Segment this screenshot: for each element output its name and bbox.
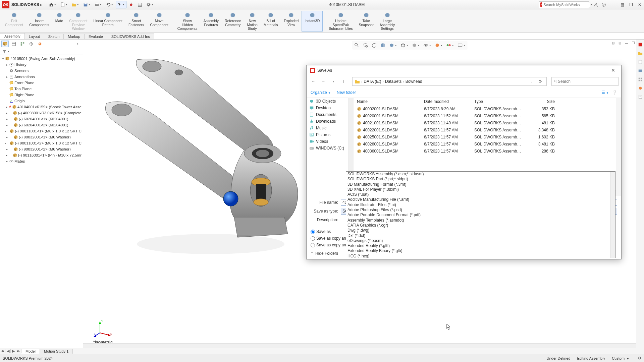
- ribbon-update-speedpak-subassemblies[interactable]: UpdateSpeedPakSubassemblies: [326, 11, 356, 32]
- appearance-icon[interactable]: ▼: [433, 42, 444, 49]
- organize-menu[interactable]: Organize ▼: [311, 90, 331, 95]
- tree-item[interactable]: Top Plane: [0, 86, 83, 92]
- tree-item[interactable]: ▸Annotations: [0, 74, 83, 80]
- view-min-icon[interactable]: ⊟: [610, 40, 616, 46]
- search-box[interactable]: S ▼: [539, 1, 589, 8]
- tab-motion-study[interactable]: Motion Study 1: [40, 349, 73, 354]
- tree-toggle[interactable]: ▸: [5, 106, 8, 109]
- home-button[interactable]: ▼: [47, 1, 58, 8]
- task-appearance-icon[interactable]: [637, 85, 643, 91]
- hide-show-icon[interactable]: ▼: [422, 42, 433, 49]
- tree-item[interactable]: Sensors: [0, 68, 83, 74]
- folder-pictures[interactable]: Pictures: [307, 131, 353, 138]
- tree-item[interactable]: Front Plane: [0, 80, 83, 86]
- ribbon-show-hidden-components[interactable]: ShowHiddenComponents: [174, 11, 201, 32]
- ribbon-assembly-features[interactable]: AssemblyFeatures: [200, 11, 222, 32]
- tree-toggle[interactable]: ▸: [5, 136, 9, 139]
- ribbon-billof-materials[interactable]: Bill ofMaterials: [261, 11, 281, 32]
- tree-item[interactable]: ▸📌40104001<6159> (Shock Tower Asse: [0, 104, 83, 110]
- nav-recent-dropdown[interactable]: ▼: [329, 77, 337, 85]
- file-row[interactable]: 40036001.SLDASM6/7/2023 11:57 AMSOLIDWOR…: [354, 147, 616, 155]
- help-button[interactable]: ?: [600, 1, 608, 8]
- tree-toggle[interactable]: ▸: [5, 63, 9, 66]
- type-option[interactable]: Extended Reality (*.gltf): [346, 243, 615, 248]
- breadcrumb-2[interactable]: Bowhead: [406, 79, 422, 84]
- tree-toggle[interactable]: ▸: [5, 118, 9, 121]
- tree-item[interactable]: ▸(-) 90011001<2> (M6 x 1.0 x 12 SKT C: [0, 140, 83, 146]
- dropdown-scrollbar[interactable]: [610, 172, 615, 258]
- help-icon[interactable]: ❔: [612, 90, 617, 95]
- save-button[interactable]: ▼: [82, 1, 92, 8]
- tab-model[interactable]: Model: [21, 349, 40, 354]
- select-button[interactable]: ▼: [116, 1, 126, 8]
- graphics-hscroll[interactable]: [83, 343, 636, 348]
- col-type[interactable]: Type: [471, 99, 525, 104]
- tree-toggle[interactable]: ▸: [5, 160, 9, 163]
- type-option[interactable]: Additive Manufacturing File (*.amf): [346, 197, 615, 202]
- folder-videos[interactable]: Videos: [307, 138, 353, 145]
- task-explorer-icon[interactable]: [637, 68, 643, 74]
- tree-item[interactable]: ▸Mates: [0, 158, 83, 164]
- previous-view-icon[interactable]: [370, 42, 378, 49]
- zoom-area-icon[interactable]: [362, 42, 370, 49]
- layout-button[interactable]: ▦: [620, 2, 625, 7]
- minimize-button[interactable]: —: [611, 2, 616, 7]
- tree-toggle[interactable]: ▸: [4, 142, 6, 145]
- dimxpert-tab[interactable]: [28, 41, 35, 47]
- col-size[interactable]: Size: [525, 99, 558, 104]
- settings-button[interactable]: ▼: [145, 1, 155, 8]
- tab-markup[interactable]: Markup: [63, 34, 85, 39]
- folder-search-input[interactable]: [558, 79, 616, 84]
- type-option[interactable]: 3D XML For Player (*.3dxml): [346, 187, 615, 192]
- tree-item[interactable]: ▸History: [0, 62, 83, 68]
- tree-item[interactable]: ▸(-) 40098001-R3.0<6158> (Complete: [0, 110, 83, 116]
- tree-item[interactable]: ▸(-) 90116001<1> (Pin - Ø10 x 72.5mr: [0, 152, 83, 158]
- view-orientation-icon[interactable]: ▼: [399, 42, 410, 49]
- address-bar[interactable]: › DATA (E:) › DataSets › Bowhead ⌄ ⟳: [352, 77, 547, 86]
- section-view-icon[interactable]: [379, 42, 387, 49]
- file-row[interactable]: 40002001.SLDASM6/7/2023 8:39 AMSOLIDWORK…: [354, 105, 616, 112]
- nav-back-button[interactable]: ←: [309, 77, 317, 85]
- display-tab[interactable]: [36, 41, 44, 47]
- folder-windows--c--[interactable]: WINDOWS (C:): [307, 145, 353, 152]
- status-units[interactable]: Custom▼: [612, 356, 629, 360]
- maximize-button[interactable]: ❐: [629, 2, 633, 7]
- folder-search[interactable]: [551, 77, 619, 86]
- view-dash-icon[interactable]: —: [624, 40, 629, 46]
- breadcrumb-1[interactable]: DataSets: [385, 79, 401, 84]
- feature-tree-tab[interactable]: [1, 41, 9, 47]
- tab-next[interactable]: ▶: [11, 349, 16, 353]
- ribbon-move-component[interactable]: MoveComponent: [147, 11, 171, 32]
- ribbon-reference-geometry[interactable]: ReferenceGeometry: [222, 11, 244, 32]
- tree-toggle[interactable]: ▾: [1, 57, 5, 60]
- undo-button[interactable]: ▼: [104, 1, 115, 8]
- config-tab[interactable]: [19, 41, 26, 47]
- tree-item[interactable]: ▸(-) 60204001<2> (60204001): [0, 122, 83, 128]
- tree-item[interactable]: ▸(-) 90011001<1> (M6 x 1.0 x 12 SKT C: [0, 128, 83, 134]
- panel-expand[interactable]: ›: [74, 41, 82, 47]
- tab-layout[interactable]: Layout: [24, 34, 44, 39]
- type-option[interactable]: Adobe Photoshop Files (*.psd): [346, 207, 615, 213]
- task-design-lib-icon[interactable]: [637, 59, 643, 65]
- tree-toggle[interactable]: ▸: [5, 124, 9, 127]
- nav-up-button[interactable]: ↑: [339, 77, 347, 85]
- user-button[interactable]: [592, 1, 600, 8]
- type-option[interactable]: ACIS (*.sat): [346, 192, 615, 197]
- file-row[interactable]: 40020001.SLDASM6/7/2023 11:52 AMSOLIDWOR…: [354, 112, 616, 119]
- tab-assembly[interactable]: Assembly: [0, 33, 25, 39]
- tree-toggle[interactable]: ▸: [5, 154, 8, 157]
- type-option[interactable]: eDrawings (*.easm): [346, 238, 615, 243]
- breadcrumb-0[interactable]: DATA (E:): [364, 79, 381, 84]
- task-resources-icon[interactable]: [637, 50, 643, 56]
- ribbon-mate[interactable]: Mate: [52, 11, 66, 32]
- view-settings-icon[interactable]: ▼: [456, 42, 467, 49]
- tree-toggle[interactable]: ▸: [4, 130, 6, 133]
- tree-toggle[interactable]: ▸: [5, 112, 8, 115]
- ribbon-large-assembly-settings[interactable]: LargeAssemblySettings: [377, 11, 398, 32]
- zoom-fit-icon[interactable]: [353, 42, 361, 49]
- tree-root[interactable]: ▾ 40105001 (Swing Arm Sub Assembly): [0, 56, 83, 62]
- type-option[interactable]: Adobe Portable Document Format (*.pdf): [346, 213, 615, 218]
- type-option[interactable]: SOLIDWORKS Part (*.prt;*.sldprt): [346, 177, 615, 182]
- ribbon-take-snapshot[interactable]: TakeSnapshot: [356, 11, 376, 32]
- filter-row[interactable]: ▼: [0, 48, 83, 55]
